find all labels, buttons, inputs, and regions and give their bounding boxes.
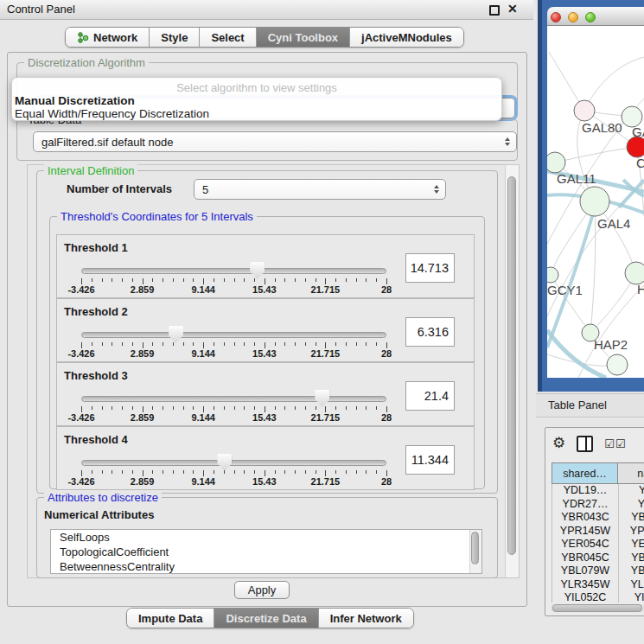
threshold-value-field[interactable]: 14.713	[405, 253, 455, 283]
slider-tick	[244, 342, 245, 346]
table-data-combo[interactable]: galFiltered.sif default node	[33, 131, 517, 152]
attribute-list-item[interactable]: SelfLoops	[51, 530, 481, 545]
slider-thumb[interactable]	[217, 454, 232, 471]
slider-tick	[366, 406, 367, 410]
slider-tick	[346, 470, 347, 474]
gear-icon[interactable]: ⚙	[552, 435, 565, 452]
settings-scrollbar-thumb[interactable]	[507, 176, 516, 555]
slider-thumb[interactable]	[315, 390, 329, 407]
zoom-traffic-light-icon[interactable]	[585, 12, 596, 22]
table-row[interactable]: YPR145WYPR145W	[552, 525, 644, 539]
slider-track[interactable]	[81, 268, 386, 274]
column-header-shared-name[interactable]: shared…	[552, 462, 617, 484]
slider-tick	[335, 278, 336, 282]
slider-track[interactable]	[81, 460, 386, 466]
tab-discretize-data[interactable]: Discretize Data	[214, 609, 318, 628]
thresholds-group: Threshold's Coordinates for 5 Intervals …	[49, 216, 485, 489]
network-node[interactable]	[547, 152, 565, 173]
slider-thumb[interactable]	[169, 326, 183, 343]
slider-tick	[203, 278, 204, 284]
table-row[interactable]: YDL19…YDL19	[552, 484, 644, 498]
algorithm-dropdown-popup: Select algorithm to view settings Manual…	[11, 77, 502, 121]
slider-tick	[284, 342, 285, 346]
app-root: Control Panel ✕ NetworkStyleSelectCyni T…	[0, 0, 644, 644]
tab-impute-data[interactable]: Impute Data	[127, 609, 214, 628]
cell-name: YDR27	[619, 498, 644, 512]
popup-option-manual-discretization[interactable]: Manual Discretization	[15, 94, 135, 107]
interval-definition-group: Interval Definition Number of Intervals …	[36, 170, 498, 494]
float-window-icon[interactable]	[489, 5, 500, 16]
settings-scrollbar[interactable]	[505, 165, 519, 577]
table-row[interactable]: YBL079WYBL079W	[552, 564, 644, 578]
slider-tick	[254, 470, 255, 474]
select-columns-checkboxes-icon[interactable]: ☑☑	[604, 437, 626, 450]
attribute-list-item[interactable]: TopologicalCoefficient	[51, 545, 481, 559]
network-window: GAL80GACGAL11GAL4GCY1HHAP2	[547, 7, 644, 378]
close-icon[interactable]: ✕	[507, 2, 518, 16]
slider-tick	[173, 470, 174, 474]
network-node[interactable]	[607, 354, 628, 375]
tab-jactivemnodules[interactable]: jActiveMNodules	[350, 28, 463, 47]
attribute-list-item[interactable]: BetweennessCentrality	[51, 559, 481, 574]
slider-tick	[183, 470, 184, 474]
threshold-value-field[interactable]: 11.344	[405, 445, 455, 475]
slider-tick	[163, 342, 163, 346]
slider-thumb[interactable]	[250, 262, 265, 279]
numerical-attributes-list: SelfLoopsTopologicalCoefficientBetweenne…	[50, 529, 482, 574]
table-horizontal-scrollbar-thumb[interactable]	[552, 604, 642, 612]
slider-tick	[386, 342, 387, 348]
slider-track[interactable]	[81, 396, 386, 402]
table-row[interactable]: YBR043CYBR043C	[552, 511, 644, 525]
list-scrollbar-thumb[interactable]	[471, 532, 479, 564]
slider-tick	[143, 406, 143, 412]
tab-label: Cyni Toolbox	[268, 31, 338, 44]
tab-select[interactable]: Select	[200, 28, 256, 47]
column-header-name[interactable]: name	[617, 462, 644, 484]
threshold-value-field[interactable]: 6.316	[405, 317, 455, 347]
list-scrollbar[interactable]	[469, 530, 481, 573]
slider-tick	[152, 342, 153, 346]
number-of-intervals-combo[interactable]: 5	[194, 179, 446, 200]
network-edge[interactable]	[584, 57, 644, 111]
tab-style[interactable]: Style	[150, 28, 200, 47]
cell-shared-name: YER054C	[552, 538, 619, 552]
tab-infer-network[interactable]: Infer Network	[319, 609, 413, 628]
slider-tick	[335, 470, 336, 474]
threshold-value-field[interactable]: 21.4	[405, 381, 455, 411]
columns-icon[interactable]	[577, 436, 593, 452]
slider-tick	[366, 470, 367, 474]
tab-label: Select	[211, 31, 244, 44]
network-node[interactable]	[547, 267, 558, 283]
network-node[interactable]	[627, 137, 644, 157]
tab-label: Network	[93, 31, 137, 44]
network-canvas[interactable]: GAL80GACGAL11GAL4GCY1HHAP2	[547, 26, 644, 378]
apply-button[interactable]: Apply	[234, 581, 290, 599]
network-node[interactable]	[574, 100, 595, 121]
close-traffic-light-icon[interactable]	[551, 12, 561, 22]
slider-tick	[356, 406, 357, 410]
minimize-traffic-light-icon[interactable]	[568, 12, 578, 22]
cell-name: YBL079W	[619, 564, 644, 578]
table-row[interactable]: YLR345WYLR345W	[552, 578, 644, 592]
tab-cyni-toolbox[interactable]: Cyni Toolbox	[257, 28, 350, 47]
network-node[interactable]	[580, 187, 609, 216]
tab-network[interactable]: Network	[66, 28, 150, 47]
table-panel-toolbar: ⚙ ☑☑	[552, 433, 627, 454]
network-window-titlebar[interactable]	[547, 7, 644, 26]
slider-track[interactable]	[81, 332, 386, 338]
slider-tick-label: 28	[381, 348, 392, 359]
table-horizontal-scrollbar[interactable]	[551, 604, 644, 612]
popup-option-equal-width-frequency[interactable]: Equal Width/Frequency Discretization	[15, 107, 209, 120]
table-row[interactable]: YBR045CYBR045C	[552, 552, 644, 565]
slider-tick	[112, 406, 112, 410]
slider-tick	[102, 406, 103, 410]
table-panel-header: Table Panel	[536, 393, 644, 418]
table-row[interactable]: YIL052CYIL052C	[552, 591, 644, 603]
slider-tick	[224, 406, 225, 410]
slider-tick	[265, 470, 265, 476]
slider-tick	[193, 342, 194, 346]
table-row[interactable]: YER054CYER054C	[552, 538, 644, 552]
slider-tick	[265, 406, 265, 412]
slider-tick	[112, 342, 112, 346]
table-row[interactable]: YDR27…YDR27	[552, 498, 644, 512]
